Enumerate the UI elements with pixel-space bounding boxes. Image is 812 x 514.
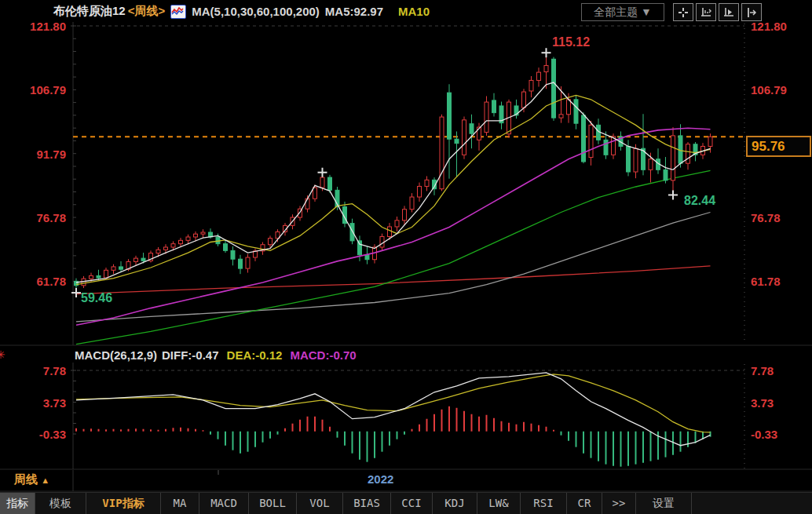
axis-shift-icon[interactable] [741,3,762,21]
toolbar-item-kdj[interactable]: KDJ [433,493,477,514]
crosshair-icon[interactable] [673,3,693,21]
price-label-left: 106.79 [19,83,66,97]
macd-label-right: 3.73 [751,396,806,410]
price-label-left: 61.78 [19,275,66,288]
start-low-annotation: 59.46 [81,291,112,305]
axis-scale-icon[interactable] [696,3,716,21]
toolbar-item-boll[interactable]: BOLL [249,493,297,514]
current-price-box: 95.76 [746,136,811,157]
axis-play-icon[interactable] [719,3,739,21]
period-label: 周线 [14,472,38,486]
period-tag: <周线> [128,4,166,19]
ma-settings-label: MA(5,10,30,60,100,200) [192,5,320,18]
price-label-left: 91.79 [19,148,66,161]
trading-app-window: 布伦特原油12<周线> MA(5,10,30,60,100,200) MA5:9… [0,0,812,514]
macd-label-left: -0.33 [19,428,66,441]
price-label-left: 121.80 [19,20,66,33]
symbol-name: 布伦特原油12 [53,4,126,19]
price-label-right: 121.80 [751,20,806,33]
macd-title: MACD(26,12,9) [75,348,157,362]
toolbar-item-vip[interactable]: VIP指标 [86,493,161,514]
price-label-left: 76.78 [19,211,66,224]
toolbar-item-settings[interactable]: 设置 [636,493,692,514]
macd-header: MACD(26,12,9) DIFF:-0.47 DEA:-0.12 MACD:… [75,348,357,362]
macd-diff-label: DIFF:-0.47 [162,348,219,362]
toolbar-item-indicator[interactable]: 指标 [0,493,35,514]
trough-price-annotation: 82.44 [684,194,715,208]
ma5-value-label: MA5:92.97 [325,5,383,18]
indicator-toolbar: 指标 模板 VIP指标 MA MACD BOLL VOL BIAS CCI KD… [0,492,812,514]
toolbar-item-macd[interactable]: MACD [199,493,249,514]
chevron-up-icon: ▲ [41,476,49,485]
toolbar-item-ma[interactable]: MA [161,493,199,514]
macd-label-right: 7.78 [751,364,806,377]
toolbar-item-more[interactable]: >> [602,493,636,514]
price-label-right: 61.78 [751,275,806,288]
toolbar-item-lw[interactable]: LW& [477,493,521,514]
toolbar-item-cr[interactable]: CR [567,493,602,514]
toolbar-item-vol[interactable]: VOL [297,493,343,514]
price-label-right: 76.78 [751,211,806,224]
ma10-label: MA10 [398,5,430,18]
year-label: 2022 [368,472,393,486]
chart-canvas[interactable] [0,0,812,514]
price-label-right: 106.79 [751,83,806,97]
macd-dea-label: DEA:-0.12 [227,348,283,362]
period-selector[interactable]: 周线 ▲ [14,472,49,487]
chart-header: 布伦特原油12<周线> MA(5,10,30,60,100,200) MA5:9… [53,4,430,19]
macd-label-left: 7.78 [19,364,66,377]
macd-macd-label: MACD:-0.70 [290,348,356,362]
peak-price-annotation: 115.12 [552,35,590,49]
kline-chart-icon[interactable] [170,5,186,19]
time-axis-row: 周线 ▲ 2022 [0,470,812,491]
indicator-alert-icon[interactable]: ✳ [0,348,5,361]
toolbar-item-rsi[interactable]: RSI [521,493,567,514]
toolbar-item-bias[interactable]: BIAS [343,493,391,514]
theme-dropdown[interactable]: 全部主题 ▼ [581,3,664,21]
macd-label-left: 3.73 [19,396,66,410]
toolbar-item-template[interactable]: 模板 [35,493,86,514]
toolbar-item-cci[interactable]: CCI [391,493,433,514]
macd-label-right: -0.33 [751,428,806,441]
